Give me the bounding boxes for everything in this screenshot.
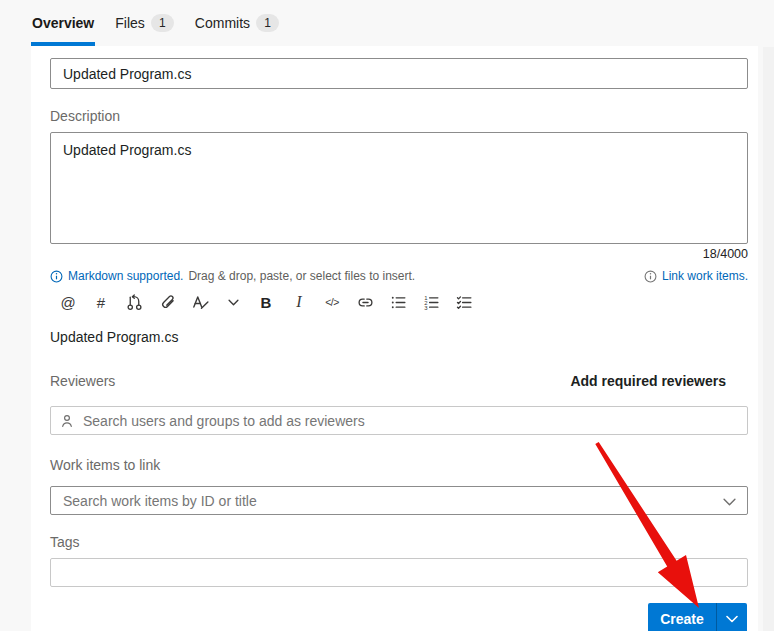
title-label-clipped: Title	[50, 46, 748, 50]
tab-files-label: Files	[115, 0, 145, 46]
link-work-items-link[interactable]: Link work items.	[662, 268, 748, 284]
tags-label: Tags	[50, 534, 748, 550]
mention-icon[interactable]: @	[58, 291, 78, 313]
tab-overview[interactable]: Overview	[31, 0, 95, 46]
reviewers-header-row: Reviewers Add required reviewers	[50, 373, 748, 389]
tab-files[interactable]: Files 1	[114, 0, 175, 46]
bulleted-list-icon[interactable]	[388, 291, 408, 313]
pull-request-form-card: Title Description Updated Program.cs 18/…	[31, 46, 758, 631]
info-icon	[644, 270, 657, 283]
tab-overview-label: Overview	[32, 0, 94, 46]
person-icon	[59, 413, 75, 429]
chevron-down-icon[interactable]	[723, 498, 736, 506]
bold-icon[interactable]: B	[256, 291, 276, 313]
character-counter: 18/4000	[50, 246, 748, 262]
create-dropdown-button[interactable]	[716, 603, 747, 631]
chevron-down-icon	[726, 615, 738, 623]
format-dropdown-chevron-icon[interactable]	[223, 291, 243, 313]
reviewers-input-wrap	[50, 406, 748, 435]
checklist-icon[interactable]	[454, 291, 474, 313]
title-input[interactable]	[50, 58, 748, 89]
description-label: Description	[50, 108, 748, 124]
markdown-supported-link[interactable]: Markdown supported.	[68, 268, 183, 284]
svg-text:3: 3	[424, 304, 428, 310]
description-textarea[interactable]: Updated Program.cs	[50, 132, 748, 244]
drag-drop-hint: Drag & drop, paste, or select files to i…	[188, 268, 415, 284]
italic-icon[interactable]: I	[289, 291, 309, 313]
create-button[interactable]: Create	[648, 603, 716, 631]
link-icon[interactable]	[355, 291, 375, 313]
pull-request-tabbar: Overview Files 1 Commits 1	[31, 0, 280, 46]
actions-row: Create	[50, 603, 748, 631]
attach-file-icon[interactable]	[157, 291, 177, 313]
tab-files-badge: 1	[151, 14, 174, 32]
work-items-search-input[interactable]	[50, 486, 748, 515]
create-pull-request-page: Overview Files 1 Commits 1 Title Descrip…	[0, 0, 774, 631]
tab-commits-label: Commits	[195, 0, 250, 46]
work-item-hash-icon[interactable]: #	[91, 291, 111, 313]
code-icon[interactable]: </>	[322, 291, 342, 313]
reviewers-label: Reviewers	[50, 373, 115, 389]
markdown-toolbar: @ #	[50, 291, 748, 313]
text-format-icon[interactable]	[190, 291, 210, 313]
info-icon	[50, 270, 63, 283]
pull-request-icon[interactable]	[124, 291, 144, 313]
add-required-reviewers-button[interactable]: Add required reviewers	[570, 373, 726, 389]
scrollbar-track[interactable]	[763, 47, 774, 631]
work-items-label: Work items to link	[50, 457, 748, 473]
tags-input[interactable]	[50, 558, 748, 587]
reviewers-search-input[interactable]	[50, 406, 748, 435]
markdown-preview-text: Updated Program.cs	[50, 329, 748, 345]
tab-commits-badge: 1	[256, 14, 279, 32]
work-items-input-wrap	[50, 486, 748, 515]
editor-hint-bar: Markdown supported. Drag & drop, paste, …	[50, 268, 748, 284]
create-split-button: Create	[648, 603, 747, 631]
numbered-list-icon[interactable]: 1 2 3	[421, 291, 441, 313]
tab-commits[interactable]: Commits 1	[194, 0, 280, 46]
